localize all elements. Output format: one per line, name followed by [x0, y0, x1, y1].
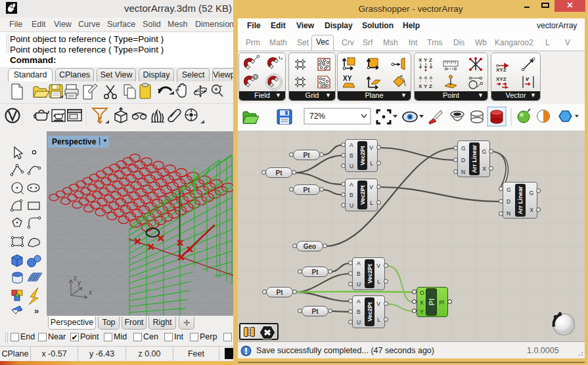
- svg-text:XY: XY: [343, 75, 352, 82]
- svg-text:»: »: [34, 306, 39, 316]
- svg-text:Y: Y: [424, 83, 428, 89]
- svg-text:+: +: [219, 83, 223, 89]
- svg-text:x: x: [89, 289, 92, 296]
- svg-text:z: z: [74, 274, 77, 282]
- svg-text:y: y: [78, 279, 81, 286]
- svg-text:XYZ: XYZ: [496, 67, 507, 73]
- svg-text:v: v: [526, 75, 530, 82]
- svg-text:XYZ: XYZ: [496, 76, 507, 82]
- svg-text:Z: Z: [429, 83, 432, 89]
- svg-text:Z: Z: [429, 57, 432, 63]
- svg-text:6: 6: [13, 3, 16, 7]
- svg-text:X: X: [418, 83, 422, 89]
- svg-text:Y: Y: [424, 57, 428, 63]
- svg-text:72%: 72%: [309, 112, 325, 121]
- svg-text:X: X: [418, 57, 422, 63]
